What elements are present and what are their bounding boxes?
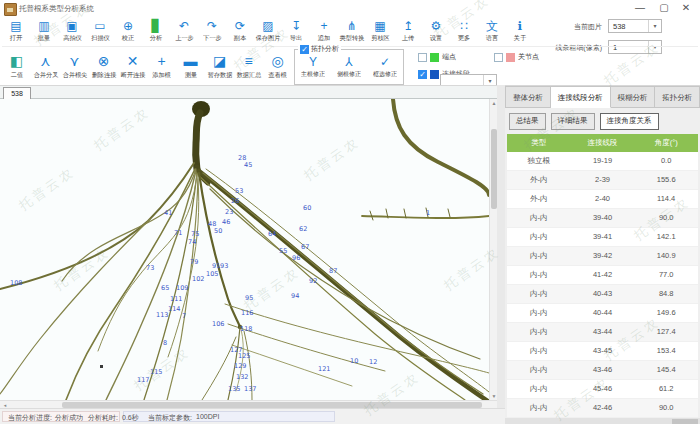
endpoint-legend-toggle[interactable]: 端点 (418, 52, 456, 62)
table-cell: 内-内 (507, 361, 571, 379)
toolbar-save-image-button[interactable]: ▨保存图片 (254, 17, 282, 45)
image-horizontal-scrollbar[interactable]: ◂ (0, 400, 497, 408)
batch-label: 批量 (38, 34, 50, 43)
toolbar-batch-button[interactable]: ▥批量 (30, 17, 58, 45)
topo-lateral-root-fix-button[interactable]: ⅄侧根修正 (331, 50, 367, 84)
topo-main-root-fix-button[interactable]: Y主根修正 (295, 50, 331, 84)
angle-table: 类型连接线段角度(°) 独立根19-190.0外-内2-39155.6外-内2-… (507, 134, 698, 418)
svg-text:1: 1 (426, 209, 430, 217)
current-image-select[interactable]: 538 ▾ (608, 19, 662, 33)
table-row[interactable]: 内-内45-4661.2 (507, 380, 698, 399)
maximize-button[interactable]: ▢ (656, 2, 672, 14)
table-row[interactable]: 内-内42-4690.0 (507, 399, 698, 418)
toolbar-prev-step-button[interactable]: ↶上一步 (170, 17, 198, 45)
toolbar-prune-region-button[interactable]: ▦剪枝区 (366, 17, 394, 45)
svg-text:106: 106 (212, 320, 224, 328)
edit-merge-fork-button[interactable]: ⋏合并分叉 (31, 47, 60, 86)
toolbar-analyze-button[interactable]: ▊分析 (142, 17, 170, 45)
calibrate-icon: ⊕ (123, 19, 133, 33)
详细结果-button[interactable]: 详细结果 (551, 113, 595, 130)
toolbar-calibrate-button[interactable]: ⊕校正 (114, 17, 142, 45)
joint-point-checkbox[interactable] (494, 53, 503, 62)
about-label: 关于 (514, 34, 526, 43)
连接角度关系-button[interactable]: 连接角度关系 (600, 113, 659, 130)
connection-segment-checkbox[interactable]: ✓ (418, 70, 427, 79)
table-row[interactable]: 外-内2-39155.6 (507, 171, 698, 190)
language-label: 语言 (486, 34, 498, 43)
root-image-canvas[interactable]: 4528265323464850417175747973108919310210… (0, 99, 489, 400)
lateral-root-fix-label: 侧根修正 (337, 69, 361, 78)
table-row[interactable]: 内-内43-46145.4 (507, 361, 698, 380)
edit-data-summary-button[interactable]: ≡数据汇总 (234, 47, 263, 86)
table-row[interactable]: 内-内41-4277.0 (507, 266, 698, 285)
image-vertical-scrollbar[interactable]: ▲ ▼ (489, 99, 497, 400)
toolbar-type-convert-button[interactable]: ⋔类型转换 (338, 17, 366, 45)
save-image-label: 保存图片 (256, 34, 281, 43)
toolbar-open-button[interactable]: ▤打开 (2, 17, 30, 45)
tab-模糊分析[interactable]: 模糊分析 (611, 86, 656, 108)
edit-stash-data-button[interactable]: ◪暂存数据 (205, 47, 234, 86)
more-label: 更多 (458, 34, 470, 43)
table-cell: 127.4 (634, 323, 698, 341)
toolbar-upload-button[interactable]: ↥上传 (394, 17, 422, 45)
table-row[interactable]: 内-内43-44127.4 (507, 323, 698, 342)
chevron-down-icon: ▾ (648, 20, 661, 32)
joint-point-color-swatch (506, 53, 515, 62)
edit-binary-button[interactable]: ◧二值 (2, 47, 31, 86)
type-convert-icon: ⋔ (347, 19, 357, 33)
toolbar-append-button[interactable]: +追加 (310, 17, 338, 45)
toolbar-more-button[interactable]: ∷更多 (450, 17, 478, 45)
minimize-button[interactable]: — (632, 2, 648, 14)
analysis-panel: 整体分析连接线段分析模糊分析拓扑分析 总结果详细结果连接角度关系 类型连接线段角… (505, 85, 700, 424)
table-row[interactable]: 外-内2-40114.4 (507, 190, 698, 209)
toolbar-language-button[interactable]: 文语言 (478, 17, 506, 45)
column-header: 连接线段 (571, 134, 635, 152)
toolbar-next-step-button[interactable]: ↷下一步 (198, 17, 226, 45)
joint-point-legend-toggle[interactable]: 关节点 (494, 52, 539, 62)
close-button[interactable]: ✕ (678, 2, 694, 14)
endpoint-checkbox[interactable] (418, 53, 427, 62)
toolbar-copy-button[interactable]: ⟳副本 (226, 17, 254, 45)
tab-拓扑分析[interactable]: 拓扑分析 (655, 86, 700, 108)
edit-measure-button[interactable]: ▬测量 (176, 47, 205, 86)
table-horizontal-scrollbar[interactable] (505, 418, 700, 424)
merge-tip-icon: ⋎ (69, 53, 79, 70)
edit-merge-tip-button[interactable]: ⋎合并根尖 (60, 47, 89, 86)
export-label: 导出 (290, 34, 302, 43)
disconnect-label: 断开连接 (120, 71, 145, 80)
table-scroll-thumb[interactable] (672, 419, 698, 424)
panel-splitter[interactable] (497, 85, 505, 424)
table-row[interactable]: 内-内39-4090.0 (507, 209, 698, 228)
measure-icon: ▬ (184, 53, 198, 70)
tab-整体分析[interactable]: 整体分析 (505, 86, 551, 108)
table-row[interactable]: 独立根19-190.0 (507, 152, 698, 171)
总结果-button[interactable]: 总结果 (509, 113, 546, 130)
table-row[interactable]: 内-内40-44149.6 (507, 304, 698, 323)
root-scan-image: 4528265323464850417175747973108919310210… (0, 99, 489, 400)
toolbar-about-button[interactable]: ℹ关于 (506, 17, 534, 45)
svg-text:96: 96 (292, 254, 300, 262)
table-cell: 40-43 (571, 285, 635, 303)
svg-text:55: 55 (279, 247, 287, 255)
open-icon: ▤ (10, 19, 21, 33)
toolbar-settings-button[interactable]: ⚙设置 (422, 17, 450, 45)
topology-analysis-checkbox[interactable]: ✓ (300, 45, 309, 54)
edit-view-root-button[interactable]: ◎查看根 (263, 47, 292, 86)
edit-delete-connection-button[interactable]: ⊗删除连接 (89, 47, 118, 86)
table-row[interactable]: 内-内40-4384.8 (507, 285, 698, 304)
view-root-icon: ◎ (271, 53, 283, 70)
edit-add-root-button[interactable]: +添加根 (147, 47, 176, 86)
toolbar-scanner-button[interactable]: ▭扫描仪 (86, 17, 114, 45)
tab-连接线段分析[interactable]: 连接线段分析 (551, 86, 611, 108)
table-body: 独立根19-190.0外-内2-39155.6外-内2-40114.4内-内39… (507, 152, 698, 418)
table-cell: 内-内 (507, 342, 571, 360)
table-row[interactable]: 内-内39-41142.1 (507, 228, 698, 247)
edit-disconnect-button[interactable]: ✕断开连接 (118, 47, 147, 86)
table-row[interactable]: 内-内43-45153.4 (507, 342, 698, 361)
append-icon: + (320, 19, 327, 33)
table-cell: 内-内 (507, 266, 571, 284)
toolbar-doc-camera-button[interactable]: ▣高拍仪 (58, 17, 86, 45)
topo-box-select-fix-button[interactable]: ✓框选修正 (367, 50, 403, 84)
table-row[interactable]: 内-内39-42140.9 (507, 247, 698, 266)
toolbar-export-button[interactable]: ↧导出 (282, 17, 310, 45)
